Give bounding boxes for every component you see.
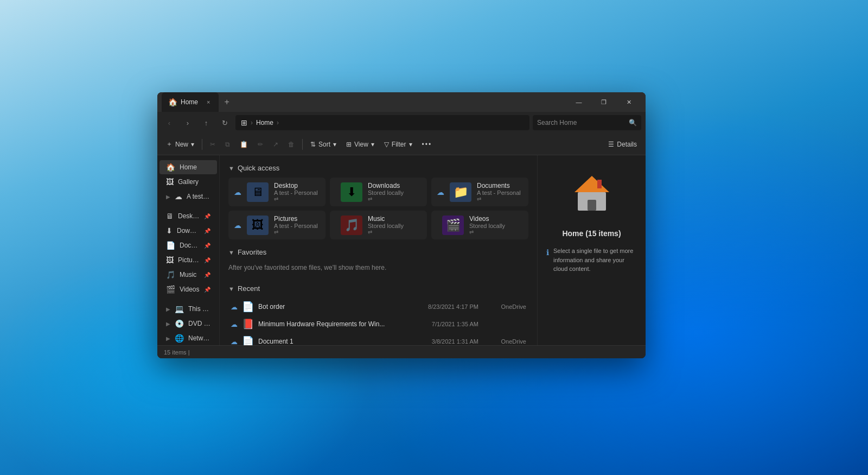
quick-access-label: Quick access (238, 164, 279, 172)
filter-button[interactable]: ▽ Filter ▾ (380, 138, 417, 150)
sidebar-item-gallery[interactable]: 🖼 Gallery (159, 175, 217, 189)
recent-item-minhw[interactable]: ☁ 📕 Minimum Hardware Requirements for Wi… (228, 315, 528, 333)
up-button[interactable]: ↑ (199, 115, 214, 130)
details-icon: ☰ (608, 141, 614, 148)
recent-header[interactable]: ▼ Recent (228, 284, 528, 293)
sidebar-atest-label: A test - Persona... (187, 193, 210, 200)
minhw-file-icon: 📕 (242, 318, 254, 330)
documents-nav-icon: 📄 (166, 241, 175, 250)
sort-icon: ⇅ (310, 141, 316, 148)
copy-button[interactable]: ⧉ (221, 138, 234, 150)
new-tab-button[interactable]: + (221, 96, 232, 108)
videos-pin-icon: 📌 (204, 287, 210, 293)
close-button[interactable]: ✕ (616, 93, 641, 111)
sidebar-item-downloads[interactable]: ⬇ Downloads 📌 (159, 224, 217, 238)
rename-button[interactable]: ✏ (253, 138, 267, 150)
toolbar: ＋ New ▾ ✂ ⧉ 📋 ✏ ↗ 🗑 ⇅ Sort ▾ ⊞ (157, 134, 646, 155)
sidebar-item-network[interactable]: ▶ 🌐 Network (159, 331, 217, 345)
doc1-name: Document 1 (258, 338, 409, 345)
details-button[interactable]: ☰ Details (604, 138, 641, 150)
folder-card-downloads[interactable]: ⬇ Downloads Stored locally ⇄ (330, 178, 427, 206)
sidebar-item-home[interactable]: 🏠 Home (159, 160, 217, 174)
new-icon: ＋ (166, 140, 173, 149)
sidebar-item-videos[interactable]: 🎬 Videos 📌 (159, 282, 217, 296)
desktop-folder-name: Desktop (274, 182, 320, 189)
favorites-header[interactable]: ▼ Favorites (228, 248, 528, 256)
sidebar-item-documents[interactable]: 📄 Documents 📌 (159, 238, 217, 252)
quick-access-header[interactable]: ▼ Quick access (228, 164, 528, 172)
paste-button[interactable]: 📋 (235, 138, 252, 150)
doc1-location: OneDrive (483, 338, 526, 345)
search-icon: 🔍 (629, 119, 637, 126)
quick-access-chevron: ▼ (228, 165, 234, 172)
favorites-chevron: ▼ (228, 249, 234, 256)
videos-folder-icon: 🎬 (446, 218, 461, 232)
delete-button[interactable]: 🗑 (284, 138, 299, 150)
new-button[interactable]: ＋ New ▾ (162, 137, 199, 151)
sidebar-network-label: Network (188, 334, 210, 342)
downloads-nav-icon: ⬇ (166, 226, 173, 235)
folder-card-documents[interactable]: ☁ 📁 Documents A test - Personal ⇄ (431, 178, 528, 206)
folder-card-videos[interactable]: 🎬 Videos Stored locally ⇄ (431, 211, 528, 239)
sidebar-item-desktop[interactable]: 🖥 Desktop 📌 (159, 209, 217, 223)
cut-icon: ✂ (210, 141, 215, 148)
details-label: Details (617, 141, 637, 148)
downloads-folder-sub: Stored locally (368, 189, 422, 196)
view-button[interactable]: ⊞ View ▾ (342, 138, 379, 150)
documents-pin-icon: 📌 (204, 243, 210, 249)
maximize-button[interactable]: ❐ (591, 93, 616, 111)
filter-icon: ▽ (384, 141, 389, 148)
cloud-drive-icon: ☁ (175, 192, 182, 201)
music-folder-icon: 🎵 (344, 218, 359, 232)
content-area: 🏠 Home 🖼 Gallery ▶ ☁ A test - Persona...… (157, 155, 646, 345)
downloads-thumb: ⬇ (341, 182, 362, 202)
doc1-cloud-icon: ☁ (231, 338, 238, 346)
documents-folder-sub: A test - Personal (477, 189, 523, 196)
recent-item-doc1[interactable]: ☁ 📄 Document 1 3/8/2021 1:31 AM OneDrive (228, 333, 528, 345)
folder-card-pictures[interactable]: ☁ 🖼 Pictures A test - Personal ⇄ (228, 211, 326, 239)
toolbar-separator-1 (202, 139, 202, 150)
minimize-button[interactable]: — (566, 93, 591, 111)
pictures-folder-icon: 🖼 (252, 218, 264, 232)
documents-info: Documents A test - Personal ⇄ (477, 182, 523, 202)
sort-button[interactable]: ⇅ Sort ▾ (306, 138, 341, 150)
forward-button[interactable]: › (180, 115, 195, 130)
minhw-date: 7/1/2021 1:35 AM (413, 321, 478, 327)
downloads-info: Downloads Stored locally ⇄ (368, 182, 422, 202)
share-button[interactable]: ↗ (269, 138, 283, 150)
network-icon: 🌐 (175, 334, 184, 343)
cut-button[interactable]: ✂ (206, 138, 220, 150)
preview-title: Home (15 items) (562, 229, 621, 238)
dvd-expand-icon: ▶ (166, 321, 170, 327)
sidebar-item-music[interactable]: 🎵 Music 📌 (159, 268, 217, 282)
sidebar-item-dvd[interactable]: ▶ 💿 DVD Drive (D:) C (159, 316, 217, 331)
sidebar-thispc-label: This PC (188, 305, 210, 313)
tab-home-label: Home (181, 98, 198, 106)
tab-area: 🏠 Home × + (162, 92, 566, 112)
more-button[interactable]: ••• (418, 138, 437, 150)
folder-card-desktop[interactable]: ☁ 🖥 Desktop A test - Personal ⇄ (228, 178, 326, 206)
sidebar-item-atest[interactable]: ▶ ☁ A test - Persona... (159, 189, 217, 204)
back-button[interactable]: ‹ (162, 115, 177, 130)
search-box[interactable]: Search Home 🔍 (533, 115, 641, 130)
recent-item-botorder[interactable]: ☁ 📄 Bot order 8/23/2021 4:17 PM OneDrive (228, 298, 528, 315)
tab-home-icon: 🏠 (168, 98, 177, 106)
share-icon: ↗ (273, 141, 278, 148)
pictures-thumb: 🖼 (247, 216, 269, 235)
breadcrumb-home[interactable]: Home (256, 119, 273, 126)
filter-chevron: ▾ (409, 141, 412, 148)
tab-home[interactable]: 🏠 Home × (162, 92, 219, 112)
svg-rect-3 (588, 200, 596, 211)
refresh-button[interactable]: ↻ (217, 115, 232, 130)
sidebar-pictures-label: Pictures (178, 256, 200, 264)
sidebar-item-thispc[interactable]: ▶ 💻 This PC (159, 302, 217, 316)
titlebar: 🏠 Home × + — ❐ ✕ (157, 92, 646, 112)
sidebar-item-pictures[interactable]: 🖼 Pictures 📌 (159, 253, 217, 267)
recent-label: Recent (238, 284, 260, 293)
tab-close-button[interactable]: × (205, 98, 212, 106)
sidebar-music-label: Music (180, 271, 200, 278)
music-folder-sub: Stored locally (368, 223, 422, 229)
breadcrumb-bar[interactable]: ⊞ › Home › (235, 115, 529, 130)
folder-card-music[interactable]: 🎵 Music Stored locally ⇄ (330, 211, 427, 239)
videos-nav-icon: 🎬 (166, 285, 175, 294)
